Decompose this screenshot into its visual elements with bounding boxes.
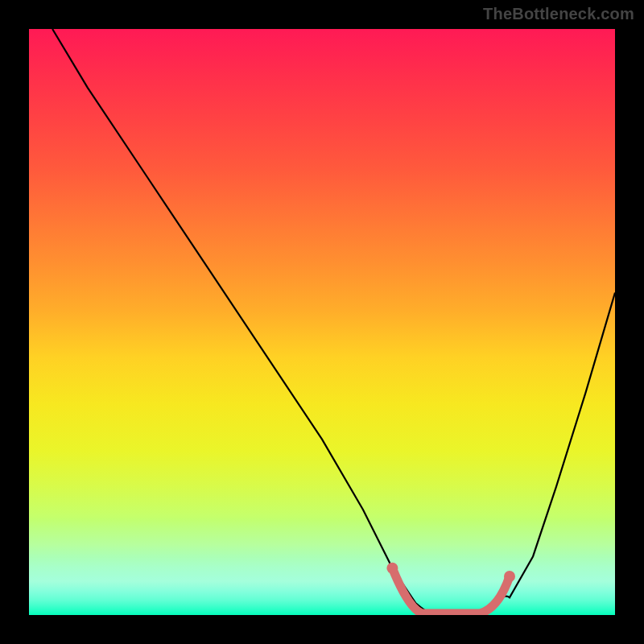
highlight-start-dot [386, 563, 398, 574]
plot-area [29, 29, 615, 615]
watermark-text: TheBottleneck.com [483, 5, 634, 23]
highlight-end-dot [504, 571, 515, 582]
chart-frame: TheBottleneck.com [0, 0, 644, 644]
pale-bottom-band [29, 518, 615, 615]
bottleneck-curve-path [52, 29, 615, 615]
highlight-segment [392, 568, 510, 613]
bottleneck-curve-svg [29, 29, 615, 615]
